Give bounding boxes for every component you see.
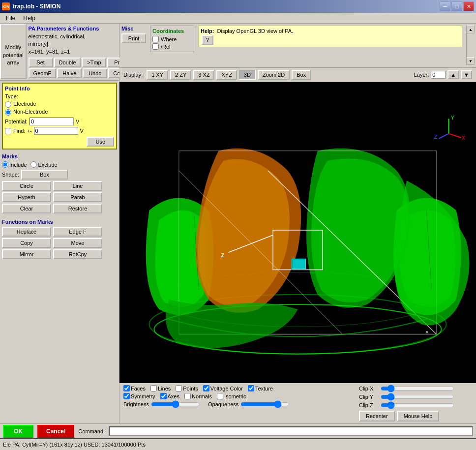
restore-button[interactable]: Restore [53,204,102,213]
misc-title: Misc [121,26,146,31]
use-button[interactable]: Use [87,137,114,147]
move-button[interactable]: Move [53,238,102,248]
command-input[interactable] [109,426,473,436]
svg-text:×: × [425,329,428,335]
bottom-controls: Faces Lines Points [119,383,476,423]
display-3xz-button[interactable]: 3 XZ [193,70,214,80]
brightness-label: Brightness [123,401,149,407]
line-button[interactable]: Line [53,181,102,191]
opaqueness-slider[interactable] [240,401,290,408]
cancel-button[interactable]: Cancel [37,425,74,438]
potential-unit: V [76,119,79,124]
rel-checkbox[interactable] [152,43,159,50]
scroll-up-arrow[interactable]: ▲ [467,26,475,33]
3d-viewport[interactable]: Z × Y X Z [119,82,476,383]
electrode-radio[interactable] [5,101,11,108]
app-icon: ION [2,2,10,10]
points-checkbox[interactable] [176,385,182,391]
replace-button[interactable]: Replace [2,227,51,237]
display-xyz-button[interactable]: XYZ [216,70,237,80]
tmp-button[interactable]: >Tmp [82,58,106,67]
layer-down-button[interactable]: ▼ [461,70,472,79]
functions-panel: Functions on Marks Replace Edge F Copy M… [0,217,119,263]
scroll-down-arrow[interactable]: ▼ [467,57,475,65]
misc-print-button[interactable]: Print [121,33,146,43]
svg-text:Z: Z [221,252,224,258]
double-button[interactable]: Double [54,58,81,67]
lines-checkbox[interactable] [150,385,157,391]
axes-checkbox[interactable] [160,393,167,399]
faces-checkbox[interactable] [123,385,130,391]
brightness-slider[interactable] [151,401,200,408]
clip-controls: Clip X Clip Y Clip Z Recenter [359,385,472,421]
symmetry-checkbox[interactable] [123,393,130,399]
modify-potential-array-button[interactable]: Modify potential array [0,24,27,79]
svg-rect-5 [293,260,304,268]
include-option: Include [2,161,27,168]
coord-section: Coordinates Where /Rel [150,26,194,52]
halve-button[interactable]: Halve [57,68,82,78]
maximize-button[interactable]: □ [451,1,462,11]
layer-input[interactable] [431,71,446,79]
edge-f-button[interactable]: Edge F [53,227,102,237]
help-question-button[interactable]: ? [202,35,213,45]
box-button[interactable]: Box [21,170,68,180]
isometric-checkbox[interactable] [217,393,223,399]
hyperb-button[interactable]: Hyperb [2,192,51,202]
point-info-panel: Point Info Type: Electrode Non-Electrode… [2,83,117,150]
find-input[interactable] [34,127,78,135]
circle-button[interactable]: Circle [2,181,51,191]
clip-y-slider[interactable] [381,393,454,400]
find-checkbox[interactable] [5,128,11,134]
where-checkbox[interactable] [152,36,159,42]
clip-x-label: Clip X [359,386,379,391]
include-radio[interactable] [2,161,8,168]
display-2zy-button[interactable]: 2 ZY [170,70,191,80]
normals-checkbox[interactable] [184,393,191,399]
close-button[interactable]: ✕ [463,1,474,11]
functions-title: Functions on Marks [2,219,117,225]
zoom2d-button[interactable]: Zoom 2D [258,70,290,80]
menubar: File Help [0,13,476,24]
voltage-color-checkbox[interactable] [203,385,209,391]
mouse-help-button[interactable]: Mouse Help [397,411,440,421]
undo-button[interactable]: Undo [83,68,107,78]
display-3d-button[interactable]: 3D [239,70,256,80]
exclude-option: Exclude [30,161,57,168]
clip-z-slider[interactable] [381,402,454,409]
menu-help[interactable]: Help [19,14,39,23]
display-1xy-button[interactable]: 1 XY [147,70,168,80]
display-label: Display: [123,72,143,78]
rotcpy-button[interactable]: RotCpy [53,249,102,259]
points-checkbox-label: Points [176,385,198,391]
clear-button[interactable]: Clear [2,204,51,213]
clip-y-label: Clip Y [359,394,379,400]
non-electrode-radio[interactable] [5,109,11,116]
symmetry-checkbox-label: Symmetry [123,393,155,399]
texture-checkbox[interactable] [248,385,254,391]
help-label: Help: [201,28,214,34]
clip-y-row: Clip Y [359,393,472,400]
isometric-checkbox-label: Isometric [217,393,246,399]
pa-info-2: mirror[y], [29,40,134,48]
display-box-button[interactable]: Box [292,70,311,80]
set-button[interactable]: Set [29,58,53,67]
menu-file[interactable]: File [2,14,19,23]
copy-button[interactable]: Copy [2,238,51,248]
recenter-button[interactable]: Recenter [359,411,395,421]
layer-up-button[interactable]: ▲ [447,70,459,79]
minimize-button[interactable]: ─ [440,1,450,11]
ok-button[interactable]: OK [3,425,33,438]
exclude-radio[interactable] [30,161,37,168]
mirror-button[interactable]: Mirror [2,249,51,259]
help-scrollbar[interactable]: ▲ ▼ [466,26,474,65]
geomf-button[interactable]: GeomF [29,68,57,78]
svg-text:Y: Y [451,115,455,120]
potential-input[interactable] [30,118,74,125]
parab-button[interactable]: Parab [53,192,102,202]
help-text: Display OpenGL 3D view of PA. [217,28,294,45]
clip-x-slider[interactable] [381,385,454,392]
clip-x-row: Clip X [359,385,472,392]
axes-checkbox-label: Axes [160,393,179,399]
find-unit: V [80,128,84,134]
